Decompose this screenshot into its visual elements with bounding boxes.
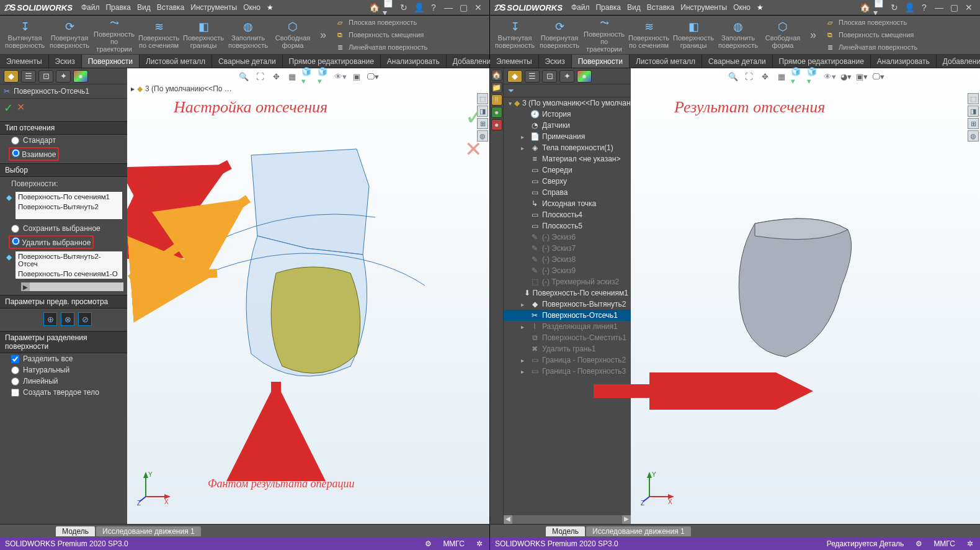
vp-appear-icon[interactable]: ◕▾ xyxy=(839,71,853,82)
pm-radio-remove[interactable]: Удалить выбранное xyxy=(9,235,94,249)
ss-home-icon[interactable]: 🏠 xyxy=(491,70,502,81)
tab-sheetmetal[interactable]: Листовой металл xyxy=(140,55,212,68)
tree-filter[interactable]: ⏷ xyxy=(504,84,631,97)
ribbon-freeform[interactable]: ⬡Свободная форма xyxy=(762,17,804,53)
ribbon-revolve-surface[interactable]: ⟳Повернутая поверхность xyxy=(538,17,581,53)
ss-folder-icon[interactable]: 📁 xyxy=(491,82,502,93)
vp-rail-icon4[interactable]: ◍ xyxy=(968,130,979,142)
tree-item[interactable]: ▸⌇Разделяющая линия1 xyxy=(504,321,631,332)
vp-rail-icon2[interactable]: ◨ xyxy=(477,106,488,117)
menu-file[interactable]: Файл xyxy=(571,3,590,12)
tree-item[interactable]: ▸◈Тела поверхности(1) xyxy=(504,142,631,153)
tab-sketch[interactable]: Эскиз xyxy=(539,55,572,68)
pm-radio-mutual[interactable]: Взаимное xyxy=(9,147,59,161)
refresh-icon[interactable]: ↻ xyxy=(888,1,901,14)
status-icon[interactable]: ⚙ xyxy=(423,539,433,549)
tr-tab-config[interactable]: ✦ xyxy=(559,70,574,83)
tree-item[interactable]: ✎(-) Эскиз9 xyxy=(504,265,631,276)
ribbon-loft-surface[interactable]: ≋Поверхность по сечениям xyxy=(628,17,670,53)
ribbon-freeform[interactable]: ⬡Свободная форма xyxy=(272,17,314,53)
menu-star-icon[interactable]: ★ xyxy=(757,3,764,12)
pm-radio-standard[interactable]: Стандарт xyxy=(0,135,127,146)
tree-item[interactable]: ✂Поверхность-Отсечь1 xyxy=(504,310,631,321)
minimize-icon[interactable]: — xyxy=(933,1,945,14)
ribbon-ruled-surface[interactable]: ≣Линейчатая поверхность xyxy=(825,42,917,53)
tab-analyze[interactable]: Анализировать xyxy=(381,55,447,68)
ribbon-overflow-icon[interactable]: » xyxy=(806,29,820,42)
btab-model[interactable]: Модель xyxy=(546,526,585,536)
tab-directedit[interactable]: Прямое редактирование xyxy=(773,55,871,68)
menu-edit[interactable]: Правка xyxy=(595,3,621,12)
menu-view[interactable]: Вид xyxy=(627,3,641,12)
pm-chk-splitall[interactable]: Разделить все xyxy=(0,353,127,364)
viewport-left[interactable]: 🔍 ⛶ ✥ ▦ 🧊▾ 🧊▾ 👁▾ ▣ 🖵▾ ▸◆3 (По умолчанию<… xyxy=(127,68,489,524)
tree-item[interactable]: ▭Спереди xyxy=(504,165,631,176)
tr-tab-list[interactable]: ☰ xyxy=(525,70,540,83)
tab-surfaces[interactable]: Поверхности xyxy=(82,55,140,68)
help-icon[interactable]: ? xyxy=(918,1,930,14)
home-icon[interactable]: 🏠 xyxy=(368,1,380,14)
vp-rail-icon2[interactable]: ◨ xyxy=(968,106,979,117)
tree-item[interactable]: ⬚(-) Трехмерный эскиз2 xyxy=(504,276,631,287)
vp-rail-icon1[interactable]: ⬚ xyxy=(477,93,488,104)
tree-item[interactable]: ✎(-) Эскиз7 xyxy=(504,243,631,254)
ribbon-sweep-surface[interactable]: ⤳Поверхность по траектории xyxy=(583,17,625,53)
pm-tab-guide[interactable]: ⊡ xyxy=(38,70,53,83)
vp-hide-icon[interactable]: 👁▾ xyxy=(823,71,837,82)
tree-item[interactable]: ⧉Поверхность-Сместить1 xyxy=(504,332,631,343)
pm-preview-icon1[interactable]: ⊕ xyxy=(43,312,57,326)
ss-red-icon[interactable]: ● xyxy=(491,119,502,130)
minimize-icon[interactable]: — xyxy=(442,1,455,14)
vp-rail-icon1[interactable]: ⬚ xyxy=(968,93,979,104)
btab-motion[interactable]: Исследование движения 1 xyxy=(586,526,691,536)
vp-monitor-icon[interactable]: 🖵▾ xyxy=(871,71,885,82)
pm-ok-button[interactable]: ✓ xyxy=(4,101,13,115)
menu-window[interactable]: Окно xyxy=(243,3,261,12)
ribbon-fill-surface[interactable]: ◍Заполнить поверхность xyxy=(717,17,759,53)
ribbon-ruled-surface[interactable]: ≣Линейчатая поверхность xyxy=(335,42,427,53)
viewport-right[interactable]: 🔍 ⛶ ✥ ▦ 🧊▾ 🧊▾ 👁▾ ◕▾ ▣▾ 🖵▾ Результат отсе… xyxy=(631,68,980,524)
tree-item[interactable]: ⬇Поверхность-По сечениям1 xyxy=(504,287,631,299)
tree-root[interactable]: ▾◆3 (По умолчанию<<По умолчани xyxy=(504,97,631,109)
tab-features[interactable]: Элементы xyxy=(490,55,539,68)
tree-item[interactable]: ▸◆Поверхность-Вытянуть2 xyxy=(504,299,631,310)
vp-section-icon[interactable]: ▦ xyxy=(775,71,788,82)
vp-display-icon[interactable]: 🧊▾ xyxy=(807,71,821,82)
pm-preview-icon2[interactable]: ⊗ xyxy=(61,312,74,326)
tab-directedit[interactable]: Прямое редактирование xyxy=(283,55,381,68)
vp-scene-icon[interactable]: ▣▾ xyxy=(855,71,869,82)
pm-tab-appearance[interactable]: ● xyxy=(73,70,88,83)
pm-radio-linear[interactable]: Линейный xyxy=(0,376,127,387)
pm-chk-solid[interactable]: Создать твердое тело xyxy=(0,387,127,398)
btab-motion[interactable]: Исследование движения 1 xyxy=(96,526,201,536)
tree-hscroll[interactable]: ◀▶ xyxy=(504,515,631,524)
maximize-icon[interactable]: ▢ xyxy=(948,1,960,14)
vp-rail-icon4[interactable]: ◍ xyxy=(477,130,488,142)
new-doc-icon[interactable]: 📄▾ xyxy=(383,1,395,14)
pm-pieces-scrollbar[interactable]: ◀▶ xyxy=(21,282,123,291)
tree-item[interactable]: ▭Справа xyxy=(504,187,631,198)
menu-view[interactable]: Вид xyxy=(137,3,151,12)
close-icon[interactable]: ✕ xyxy=(963,1,975,14)
tab-analyze[interactable]: Анализировать xyxy=(871,55,937,68)
ribbon-boundary-surface[interactable]: ◧Поверхность границы xyxy=(182,17,225,53)
tab-sheetmetal[interactable]: Листовой металл xyxy=(630,55,702,68)
vp-zoom-icon[interactable]: 🔍 xyxy=(726,71,740,82)
pm-radio-natural[interactable]: Натуральный xyxy=(0,364,127,376)
ribbon-boundary-surface[interactable]: ◧Поверхность границы xyxy=(672,17,715,53)
tree-item[interactable]: ▸📄Примечания xyxy=(504,131,631,142)
tree-item[interactable]: ◔Датчики xyxy=(504,120,631,131)
menu-edit[interactable]: Правка xyxy=(105,3,131,12)
refresh-icon[interactable]: ↻ xyxy=(398,1,410,14)
btab-model[interactable]: Модель xyxy=(56,526,95,536)
user-icon[interactable]: 👤 xyxy=(412,1,425,14)
home-icon[interactable]: 🏠 xyxy=(858,1,871,14)
pm-tab-featuretree[interactable]: ◆ xyxy=(4,70,19,83)
menu-tools[interactable]: Инструменты xyxy=(190,3,237,12)
status-icon[interactable]: ⚙ xyxy=(914,539,924,549)
tree-item[interactable]: ≡Материал <не указан> xyxy=(504,153,631,165)
tr-tab-appearance[interactable]: ● xyxy=(577,70,592,83)
ss-warn-icon[interactable]: ‼ xyxy=(491,94,502,106)
tab-weldments[interactable]: Сварные детали xyxy=(702,55,773,68)
maximize-icon[interactable]: ▢ xyxy=(457,1,470,14)
